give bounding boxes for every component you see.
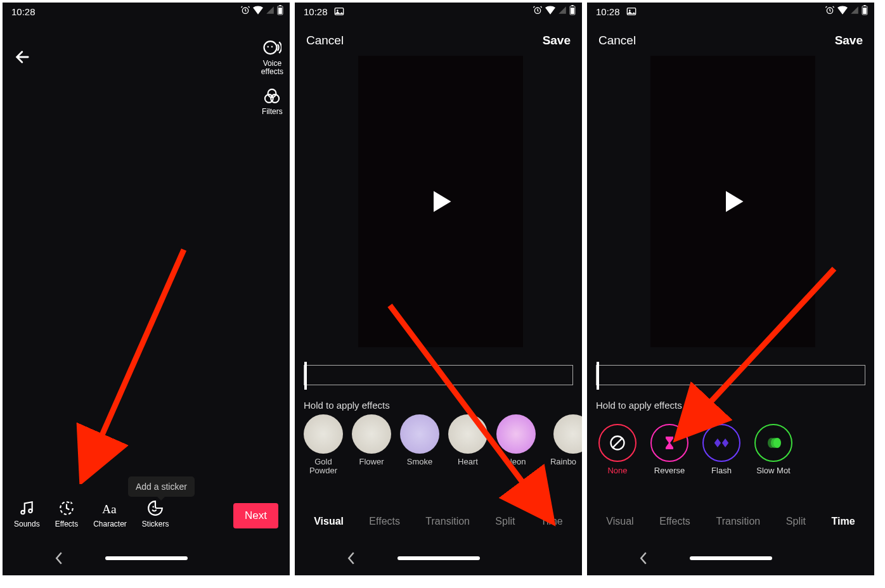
effect-thumb — [352, 414, 391, 454]
tab-effects[interactable]: Effects — [659, 516, 690, 527]
character-button[interactable]: Aa Character — [93, 500, 127, 528]
wifi-icon — [545, 6, 555, 15]
timeline[interactable] — [304, 365, 573, 385]
timeline-cursor[interactable] — [304, 362, 307, 390]
wifi-icon — [837, 6, 848, 15]
effect-flower[interactable]: Flower — [352, 414, 391, 475]
nav-home-pill[interactable] — [690, 556, 772, 560]
screen-effects-visual: 10:28 Cancel Save Hold to apply effects … — [295, 3, 582, 575]
effect-neon[interactable]: Neon — [496, 414, 536, 475]
tab-time[interactable]: Time — [541, 516, 563, 527]
effect-heart[interactable]: Heart — [448, 414, 488, 475]
video-preview[interactable] — [358, 56, 523, 347]
tab-split[interactable]: Split — [495, 516, 515, 527]
sticker-icon — [147, 500, 164, 516]
svg-point-23 — [629, 10, 631, 11]
status-time: 10:28 — [596, 6, 620, 17]
tab-time[interactable]: Time — [832, 516, 855, 527]
header: Cancel Save — [295, 25, 582, 56]
save-button[interactable]: Save — [835, 34, 863, 48]
side-tools: Voice effects Filters — [261, 38, 283, 116]
flash-icon — [713, 437, 730, 449]
time-effect-none[interactable]: None — [596, 424, 639, 475]
svg-rect-20 — [571, 8, 574, 14]
svg-point-11 — [29, 509, 32, 513]
filters-button[interactable]: Filters — [262, 87, 283, 116]
cancel-button[interactable]: Cancel — [598, 34, 636, 48]
svg-point-5 — [268, 46, 269, 48]
tab-split[interactable]: Split — [786, 516, 806, 527]
battery-icon — [862, 5, 868, 15]
back-button[interactable] — [14, 48, 32, 68]
sounds-label: Sounds — [14, 520, 40, 528]
android-nav — [295, 541, 582, 575]
sounds-button[interactable]: Sounds — [14, 500, 40, 528]
tab-effects[interactable]: Effects — [369, 516, 400, 527]
battery-icon — [569, 5, 576, 15]
effect-label: Heart — [458, 457, 478, 466]
effect-thumb — [304, 414, 343, 454]
stickers-button[interactable]: Stickers — [142, 500, 169, 528]
time-effect-label: Flash — [711, 466, 732, 475]
none-circle — [598, 424, 636, 462]
nav-back-icon[interactable] — [639, 552, 648, 565]
svg-point-16 — [337, 10, 339, 11]
alarm-icon — [240, 5, 250, 15]
effect-thumb — [496, 414, 536, 454]
tab-transition[interactable]: Transition — [425, 516, 470, 527]
svg-line-29 — [612, 438, 623, 448]
signal-icon — [266, 6, 275, 15]
time-effect-flash[interactable]: Flash — [700, 424, 743, 475]
slow-icon — [765, 437, 782, 449]
android-nav — [3, 541, 290, 575]
play-icon[interactable] — [719, 188, 747, 215]
svg-rect-19 — [571, 5, 573, 6]
effect-label: Gold Powder — [309, 457, 337, 475]
bottom-toolbar: Sounds Effects Aa Character Stickers Nex… — [3, 500, 290, 528]
effect-label: Neon — [506, 457, 526, 466]
gallery-icon — [626, 7, 636, 16]
effect-smoke[interactable]: Smoke — [400, 414, 439, 475]
next-button[interactable]: Next — [233, 503, 278, 528]
time-effect-label: Reverse — [654, 466, 685, 475]
nav-home-pill[interactable] — [105, 556, 188, 560]
tab-visual[interactable]: Visual — [606, 516, 633, 527]
time-effects-row: None Reverse Flash Slow Mot — [596, 424, 795, 475]
effect-rainbow[interactable]: Rainbo — [545, 414, 582, 475]
wifi-icon — [253, 6, 263, 15]
cancel-button[interactable]: Cancel — [306, 34, 344, 48]
svg-rect-2 — [279, 5, 281, 6]
annotation-arrow — [70, 243, 197, 484]
voice-effects-button[interactable]: Voice effects — [261, 38, 283, 76]
effects-label: Effects — [55, 520, 78, 528]
time-effect-reverse[interactable]: Reverse — [648, 424, 691, 475]
nav-home-pill[interactable] — [397, 556, 480, 560]
voice-effects-label: Voice effects — [261, 60, 283, 76]
status-right — [240, 5, 283, 15]
nav-back-icon[interactable] — [347, 552, 356, 565]
video-preview[interactable] — [650, 56, 815, 347]
slow-circle — [754, 424, 792, 462]
time-effect-slow-motion[interactable]: Slow Mot — [752, 424, 795, 475]
timeline[interactable] — [596, 365, 865, 385]
tab-visual[interactable]: Visual — [314, 516, 344, 527]
svg-line-14 — [89, 250, 184, 465]
effects-button[interactable]: Effects — [55, 500, 78, 528]
svg-point-6 — [271, 46, 273, 48]
svg-point-10 — [22, 511, 25, 514]
music-icon — [18, 500, 35, 516]
status-time: 10:28 — [11, 6, 36, 17]
gallery-icon — [334, 7, 344, 16]
apply-hint: Hold to apply effects — [596, 400, 682, 411]
stickers-label: Stickers — [142, 520, 169, 528]
effect-gold-powder[interactable]: Gold Powder — [304, 414, 343, 475]
effect-thumb — [448, 414, 488, 454]
flash-circle — [702, 424, 740, 462]
tab-transition[interactable]: Transition — [716, 516, 761, 527]
filters-icon — [263, 87, 281, 105]
nav-back-icon[interactable] — [55, 552, 63, 565]
timeline-cursor[interactable] — [597, 362, 599, 390]
save-button[interactable]: Save — [543, 34, 571, 48]
hourglass-icon — [662, 435, 677, 451]
play-icon[interactable] — [427, 188, 455, 215]
